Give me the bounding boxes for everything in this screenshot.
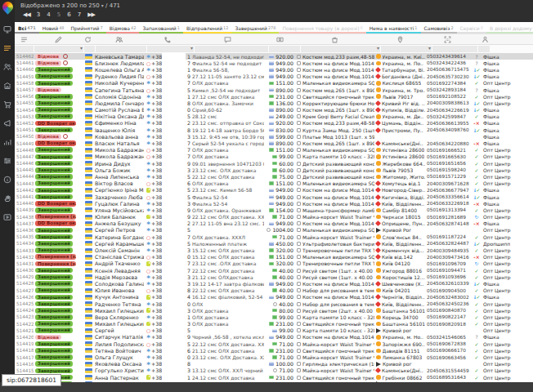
tab-Прийнятий[interactable]: Прийнятий7	[68, 22, 106, 33]
table-row[interactable]: 514446 Завершений Ирина Дидух *+389 09.0…	[15, 160, 533, 167]
tracking-number[interactable]: 20400309838613	[425, 100, 470, 106]
phone-cell[interactable]: *+383	[144, 247, 190, 253]
table-row[interactable]: 514437 DD Возврат ок. Анжела Безушку *+3…	[15, 220, 533, 227]
table-row[interactable]: 514444 Завершений Анна Липенська *+385 2…	[15, 173, 533, 180]
column-track-status[interactable]	[470, 34, 481, 44]
table-row[interactable]: 514456 Завершений Соломія Сідоніна *+381…	[15, 93, 533, 100]
table-row[interactable]: 514422 Завершений Михаил Гилецький +383 …	[15, 321, 533, 327]
tracking-number[interactable]: 20450636677947	[425, 187, 470, 194]
tab-Відправлений[interactable]: Відправлений12	[183, 22, 232, 33]
phone-cell[interactable]: *+385	[144, 240, 190, 247]
tracking-number[interactable]: 0501691093696	[425, 274, 470, 280]
filter-track-status[interactable]	[478, 46, 490, 52]
tracking-number[interactable]: 20450633226918	[425, 200, 470, 207]
tracking-number[interactable]: 0501691665630	[425, 154, 470, 160]
phone-cell[interactable]: ○+380	[144, 254, 190, 261]
tab-В дорозі додому[interactable]: В дорозі додому0	[486, 22, 533, 33]
tab-Завершений[interactable]: Завершений278	[231, 22, 279, 33]
tracking-number[interactable]: 20450633356614	[425, 194, 470, 200]
tracking-number[interactable]: 20400309671628	[425, 180, 470, 187]
table-row[interactable]: 514435 Завершений Катерина Богданова ○+3…	[15, 234, 533, 240]
tracking-number[interactable]: 0501690663456	[425, 354, 470, 360]
tracking-number[interactable]: 0501691096709	[425, 261, 470, 267]
column-products[interactable]	[295, 34, 374, 44]
phone-cell[interactable]: +383	[144, 321, 190, 327]
phone-cell[interactable]: *+381	[144, 93, 190, 100]
tracking-number[interactable]: 0501690840870	[425, 307, 470, 314]
phone-cell[interactable]: +385	[144, 187, 190, 194]
phone-cell[interactable]: ○+388	[144, 287, 190, 294]
table-row[interactable]: 514434 Завершений Сергей Карамышев *+385…	[15, 240, 533, 247]
table-row[interactable]: 514448 Завершений Микола Бадражан ○+387 …	[15, 147, 533, 154]
column-order-id[interactable]	[15, 34, 34, 44]
tracking-number[interactable]: 0501691571229	[425, 173, 470, 180]
tracking-number[interactable]: 0501690820918	[425, 321, 470, 327]
tracking-number[interactable]: 0503243422436	[425, 60, 470, 66]
page-7[interactable]: 7	[78, 11, 81, 18]
table-row[interactable]: 514460 Завершений Кошелева Ольга Ар... *…	[15, 66, 533, 73]
tracking-number[interactable]: 0501691187224	[425, 234, 470, 240]
phone-cell[interactable]: *+381	[144, 66, 190, 73]
phone-cell[interactable]: ○+387	[144, 147, 190, 154]
table-row[interactable]: 514423 Завершений Вера Скляренко *+381 О…	[15, 314, 533, 320]
tracking-number[interactable]: 20450634220880	[425, 140, 470, 146]
phone-cell[interactable]: *+389	[144, 207, 190, 213]
filter-payment[interactable]	[269, 46, 300, 52]
tracking-number[interactable]: 0501691281689	[425, 214, 470, 220]
table-row[interactable]: 514428 Завершений Солодкова Галина В... …	[15, 280, 533, 287]
tracking-number[interactable]: 0501691094471	[425, 267, 470, 274]
page-6[interactable]: 6	[67, 11, 70, 18]
phone-cell[interactable]: *+383	[144, 133, 190, 140]
table-row[interactable]: 514415 Завершений Горгулько Христина... …	[15, 368, 533, 374]
tracking-number[interactable]: 20450634098760	[425, 127, 470, 133]
sidebar-item-screen[interactable]	[0, 20, 15, 38]
table-row[interactable]: 514441 Завершений Захарченко Люба ○+385 …	[15, 194, 533, 200]
phone-cell[interactable]: *+389	[144, 334, 190, 341]
phone-cell[interactable]: +389	[144, 214, 190, 220]
tab-Повернення товару (в дорозі)[interactable]: Повернення товару (в дорозі)0	[279, 22, 365, 33]
page-3[interactable]: 3	[37, 11, 40, 18]
column-customer[interactable]	[93, 34, 144, 44]
phone-cell[interactable]: *+383	[144, 167, 190, 173]
table-row[interactable]: 514447 Завершений Микола Бадражан ○+387 …	[15, 154, 533, 160]
phone-cell[interactable]: *+385	[144, 227, 190, 234]
tracking-number[interactable]: 20450632483002	[425, 294, 470, 301]
tracking-number[interactable]	[425, 227, 470, 234]
tracking-number[interactable]: 0501690666170	[425, 347, 470, 354]
tracking-number[interactable]: 20450634226619	[425, 107, 470, 114]
tracking-number[interactable]: 20450632874148	[425, 220, 470, 227]
filter-status[interactable]: ▾	[34, 46, 83, 52]
phone-cell[interactable]: ○+387	[144, 60, 190, 66]
table-row[interactable]: 514440 DD Возврат ок. Гуцалюк Галина *+3…	[15, 200, 533, 207]
table-row[interactable]: 514459 Завершений Руденко Лидия Пав... ○…	[15, 74, 533, 80]
tracking-number[interactable]: 0501689531643	[425, 374, 470, 381]
phone-cell[interactable]: *+388	[144, 100, 190, 106]
phone-cell[interactable]: *+380	[144, 354, 190, 360]
tracking-number[interactable]: 0501692108522	[425, 93, 470, 100]
tracking-number[interactable]: 20400309484935	[425, 247, 470, 253]
table-row[interactable]: 514438 Повернення (з... Юлия Баланюк +38…	[15, 214, 533, 220]
tab-Відмова[interactable]: Відмова42	[106, 22, 140, 33]
table-row[interactable]: 514414 Завершений Анна Пастернак +381 24…	[15, 374, 533, 381]
table-row[interactable]: 514443 Завершений Віктор Власов ○+386 ОЛ…	[15, 180, 533, 187]
table-row[interactable]: 514426 Завершений Кучук Антонина +384 16…	[15, 294, 533, 301]
tab-Всі[interactable]: Всі471	[15, 22, 39, 33]
tracking-number[interactable]: 0501691651656	[425, 160, 470, 167]
table-row[interactable]: 514417 Завершений Ольга Глущук *+380 23.…	[15, 354, 533, 360]
table-row[interactable]: 514420 Відмова Ситарчук Наталія Гр... *+…	[15, 334, 533, 341]
sidebar-item-statistics[interactable]	[0, 132, 15, 151]
phone-cell[interactable]: ○+389	[144, 74, 190, 80]
table-row[interactable]: 514442 Завершений Сергіюнко Іріна Ми... …	[15, 187, 533, 194]
sidebar-item-customers[interactable]	[0, 57, 15, 76]
column-delivery[interactable]	[374, 34, 425, 44]
phone-cell[interactable]: ○+385	[144, 341, 190, 347]
sidebar-item-orders[interactable]	[0, 38, 15, 57]
filter-comment[interactable]	[195, 46, 268, 52]
table-row[interactable]: 514418 Завершений Тетяна Войтович *+386 …	[15, 347, 533, 354]
filter-channel[interactable]	[84, 46, 95, 52]
phone-cell[interactable]: *+388	[144, 361, 190, 368]
tracking-number[interactable]: 0501690672838	[425, 341, 470, 347]
table-row[interactable]: 514454 Завершений Самотій Руслана Во... …	[15, 107, 533, 114]
phone-cell[interactable]: *+385	[144, 173, 190, 180]
phone-cell[interactable]: *+383	[144, 280, 190, 287]
